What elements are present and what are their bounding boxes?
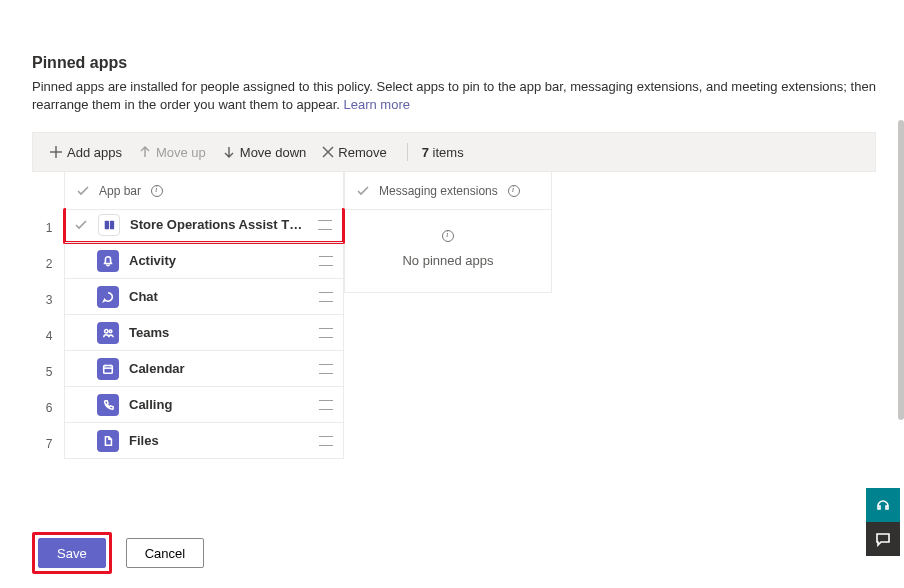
section-description-text: Pinned apps are installed for people ass… <box>32 79 876 112</box>
item-count: 7 items <box>422 145 464 160</box>
arrow-up-icon <box>138 145 152 159</box>
app-row[interactable]: Activity <box>65 242 343 278</box>
headset-tab[interactable] <box>866 488 900 522</box>
appbar-header-label: App bar <box>99 184 141 198</box>
file-icon <box>97 430 119 452</box>
toolbar: Add apps Move up Move down Remove 7 item… <box>32 132 876 172</box>
drag-handle-icon[interactable] <box>319 256 333 266</box>
remove-button[interactable]: Remove <box>316 141 392 164</box>
section-description: Pinned apps are installed for people ass… <box>32 78 876 114</box>
drag-handle-icon[interactable] <box>319 436 333 446</box>
feedback-tab[interactable] <box>866 522 900 556</box>
footer: Save Cancel <box>32 532 204 574</box>
add-apps-button[interactable]: Add apps <box>43 141 128 164</box>
app-row[interactable]: Teams <box>65 314 343 350</box>
app-row[interactable]: Calendar <box>65 350 343 386</box>
plus-icon <box>49 145 63 159</box>
empty-state: No pinned apps <box>345 210 551 292</box>
check-icon <box>77 185 89 197</box>
phone-icon <box>97 394 119 416</box>
section-title: Pinned apps <box>32 54 876 72</box>
row-checkbox[interactable] <box>74 219 88 231</box>
toolbar-separator <box>407 143 408 161</box>
info-icon <box>442 230 454 242</box>
remove-label: Remove <box>338 145 386 160</box>
appbar-header: App bar <box>65 172 343 210</box>
cancel-button[interactable]: Cancel <box>126 538 204 568</box>
messaging-header: Messaging extensions <box>345 172 551 210</box>
row-number: 4 <box>33 318 65 354</box>
svg-rect-3 <box>110 221 114 230</box>
app-label: Calendar <box>129 361 309 376</box>
arrow-down-icon <box>222 145 236 159</box>
svg-rect-2 <box>105 221 109 230</box>
calendar-icon <box>97 358 119 380</box>
app-label: Chat <box>129 289 309 304</box>
drag-handle-icon[interactable] <box>319 328 333 338</box>
row-number: 3 <box>33 282 65 318</box>
app-label: Store Operations Assist T… <box>130 217 308 232</box>
chat-icon <box>875 531 891 547</box>
app-row[interactable]: Chat <box>65 278 343 314</box>
info-icon[interactable] <box>151 185 163 197</box>
app-row[interactable]: Store Operations Assist T… <box>63 208 345 244</box>
svg-rect-6 <box>104 365 113 373</box>
app-label: Activity <box>129 253 309 268</box>
app-row[interactable]: Files <box>65 422 343 458</box>
save-button[interactable]: Save <box>38 538 106 568</box>
teams-icon <box>97 322 119 344</box>
messaging-column: Messaging extensions No pinned apps <box>344 172 552 293</box>
row-number: 1 <box>33 210 65 246</box>
save-highlight: Save <box>32 532 112 574</box>
messaging-header-label: Messaging extensions <box>379 184 498 198</box>
row-number: 5 <box>33 354 65 390</box>
check-icon <box>357 185 369 197</box>
store-icon <box>98 214 120 236</box>
app-label: Files <box>129 433 309 448</box>
move-up-button[interactable]: Move up <box>132 141 212 164</box>
app-label: Calling <box>129 397 309 412</box>
svg-point-5 <box>109 330 112 333</box>
add-apps-label: Add apps <box>67 145 122 160</box>
row-number: 2 <box>33 246 65 282</box>
check-icon <box>75 219 87 231</box>
chat-icon <box>97 286 119 308</box>
drag-handle-icon[interactable] <box>319 292 333 302</box>
move-up-label: Move up <box>156 145 206 160</box>
drag-handle-icon[interactable] <box>319 400 333 410</box>
empty-state-label: No pinned apps <box>402 253 493 268</box>
row-number: 7 <box>33 426 65 462</box>
side-tabs <box>866 488 900 556</box>
learn-more-link[interactable]: Learn more <box>343 97 409 112</box>
headset-icon <box>875 497 891 513</box>
appbar-column: App bar Store Operations Assist T…Activi… <box>64 172 344 459</box>
x-icon <box>322 146 334 158</box>
app-label: Teams <box>129 325 309 340</box>
row-number: 6 <box>33 390 65 426</box>
bell-icon <box>97 250 119 272</box>
drag-handle-icon[interactable] <box>319 364 333 374</box>
scrollbar[interactable] <box>898 120 904 420</box>
move-down-label: Move down <box>240 145 306 160</box>
app-row[interactable]: Calling <box>65 386 343 422</box>
info-icon[interactable] <box>508 185 520 197</box>
drag-handle-icon[interactable] <box>318 220 332 230</box>
item-count-label: items <box>433 145 464 160</box>
item-count-number: 7 <box>422 145 429 160</box>
svg-point-4 <box>105 329 108 332</box>
move-down-button[interactable]: Move down <box>216 141 312 164</box>
